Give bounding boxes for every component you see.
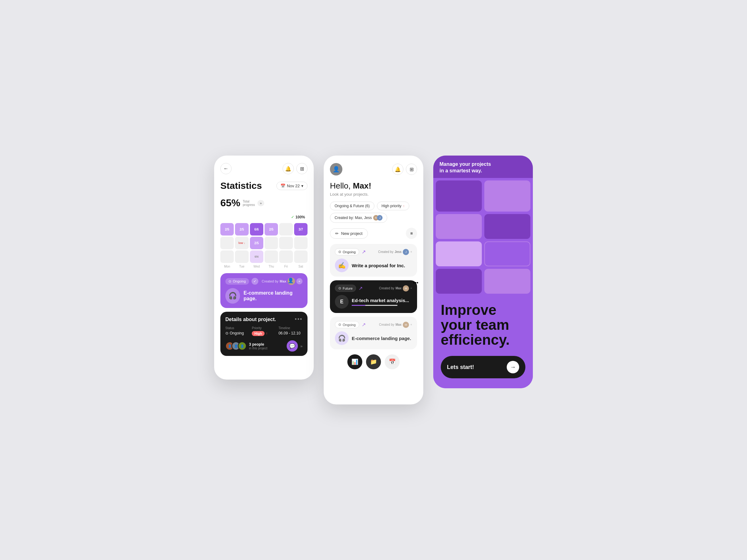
creator-avatar-2: M (403, 285, 409, 292)
forward-icon[interactable]: » (300, 344, 303, 348)
chip-label-3: Created by: Max, Jess (335, 216, 371, 220)
status-pill-ongoing-3: ⊙ Ongoing (335, 321, 359, 328)
status-col: Status ⊙ Ongoing (225, 326, 249, 336)
add-member-button[interactable]: + (296, 278, 303, 284)
creator-avatar-3: M (403, 322, 409, 328)
new-project-button[interactable]: ✏ New project (330, 229, 368, 239)
pc3-avatar: 🎧 (335, 331, 349, 345)
pc3-top: ⊙ Ongoing ↗ Created by Max M + (335, 321, 412, 328)
status-text: Ongoing (233, 279, 246, 283)
chip-avatar-2: J (377, 215, 383, 220)
progress-text-block: Total progress (243, 200, 255, 207)
header-icons: 🔔 ⊞ (283, 163, 308, 174)
pc3-content: 🎧 E-commerce landing page. (335, 331, 412, 345)
s2-greeting: Hello, Max! (330, 181, 417, 191)
nav-calendar-button[interactable]: 📅 (385, 354, 400, 369)
nav-chart-button[interactable]: 📊 (347, 354, 362, 369)
project-card-dark[interactable]: Details about project. ••• Status ⊙ Ongo… (221, 312, 308, 356)
project-card-3[interactable]: ⊙ Ongoing ↗ Created by Max M + 🎧 E-comme… (330, 317, 417, 349)
mosaic-block-1 (436, 181, 482, 212)
nav-folder-button[interactable]: 📁 (366, 354, 381, 369)
status-text-2: Future (343, 287, 353, 290)
progress-arrow[interactable]: » (257, 200, 264, 206)
day-fri: Fri (279, 265, 292, 268)
product-image: 🎧 (225, 288, 240, 304)
chip-created-by[interactable]: Created by: Max, Jess M J (330, 213, 387, 223)
bar-fri-r1 (279, 223, 292, 236)
bar-sat-r1: 3/7 (294, 223, 308, 236)
bar-mon-r1: 2/5 (221, 223, 234, 236)
priority-col: Priority High ↑ (252, 326, 276, 336)
pc2-content: E Ed-tech market analysis... (335, 295, 412, 309)
project-card-2[interactable]: ⊙ Future ↗ Created by Max M + E Ed-tech … (330, 280, 417, 313)
grid-icon-s2[interactable]: ⊞ (406, 164, 417, 175)
pc2-text: Ed-tech market analysis... (352, 298, 409, 306)
trending-icon-3: ↗ (362, 322, 366, 328)
more-options-icon[interactable]: ••• (295, 316, 303, 323)
bar-fri-r3 (279, 250, 292, 263)
chip-label-1: Ongoing & Future (6) (335, 204, 370, 208)
status-icon-3: ⊙ (338, 323, 341, 327)
page-title: Statistics (221, 181, 262, 191)
project-card-purple[interactable]: ⊙ Ongoing ✓ Created by Max 👤 + 🎧 E-comme… (221, 273, 308, 308)
s1-header: ← 🔔 ⊞ (221, 163, 308, 174)
filter-button[interactable]: ≡ (406, 228, 417, 239)
notification-icon-s2[interactable]: 🔔 (392, 164, 403, 175)
bar-thu-r2 (264, 237, 278, 249)
notification-icon[interactable]: 🔔 (283, 163, 294, 174)
day-tue: Tue (235, 265, 248, 268)
people-sub: in this project (249, 347, 267, 350)
card-purple-title: E-commerce landing page. (244, 290, 303, 301)
day-mon: Mon (221, 265, 234, 268)
status-icon-dark: ⊙ (225, 331, 229, 336)
add-icon-3: + (410, 323, 412, 326)
pc3-title: E-commerce landing page. (352, 336, 411, 341)
chip-high-priority[interactable]: High priority ↑ (377, 202, 409, 210)
screens-container: ← 🔔 ⊞ Statistics 📅 Nov 22 ▾ 65% Total pr… (214, 156, 533, 404)
pc1-dots[interactable]: ••• (413, 280, 418, 286)
card-actions: 💬 » (287, 340, 303, 351)
progress-label-progress: progress (243, 203, 255, 207)
progress-row: 65% Total progress » (221, 197, 308, 209)
bar-tue-r3 (235, 250, 248, 263)
timeline-col-val: 06.09 - 12.10 (279, 331, 303, 336)
card-dark-title: Details about project. (225, 317, 276, 322)
day-thu: Thu (264, 265, 278, 268)
chip-ongoing-future[interactable]: Ongoing & Future (6) (330, 202, 375, 210)
bar-wed-r2: 2/5 (250, 237, 263, 249)
avatar-3: 👤 (238, 342, 247, 350)
screen-marketing: Manage your projects in a smartest way. … (433, 156, 533, 388)
check-badge: ✓ (252, 278, 258, 285)
mosaic-block-4 (484, 214, 531, 239)
back-button[interactable]: ← (221, 163, 232, 174)
project-card-1[interactable]: ⊙ Ongoing ↗ Created by Jess J + ✍ Write … (330, 244, 417, 276)
priority-col-val: High ↑ (252, 331, 276, 336)
pc2-top: ⊙ Future ↗ Created by Max M + (335, 285, 412, 292)
card-footer: 👤 👤 👤 3 people in this project 💬 » (225, 340, 303, 351)
user-avatar: 👤 (330, 163, 342, 176)
people-group: 👤 👤 👤 3 people in this project (225, 342, 267, 350)
grid-icon[interactable]: ⊞ (296, 163, 308, 174)
bar-thu-r3 (264, 250, 278, 263)
pc1-left: ⊙ Ongoing ↗ (335, 248, 366, 256)
status-text-1: Ongoing (343, 250, 356, 254)
priority-badge: High (252, 331, 264, 336)
bar-wed-r1: 6/6 (250, 223, 263, 236)
card-purple-top: ⊙ Ongoing ✓ Created by Max 👤 + (225, 277, 303, 285)
status-col-label: Status (225, 326, 249, 330)
s2-header: 👤 🔔 ⊞ (330, 163, 417, 176)
back-icon: ← (224, 166, 229, 171)
chart-area: ✓ 100% 2/5 2/5 6/6 2/5 3/7 low ↓ 2/5 (221, 215, 308, 268)
new-project-row: ✏ New project ≡ (330, 228, 417, 239)
message-button[interactable]: 💬 (287, 340, 298, 351)
bar-thu-r1: 2/5 (264, 223, 278, 236)
timeline-col-label: Timeline (279, 326, 303, 330)
mosaic-block-8 (484, 269, 531, 294)
chart-icon: 📊 (352, 358, 358, 365)
date-badge[interactable]: 📅 Nov 22 ▾ (276, 182, 308, 190)
cta-button[interactable]: Lets start! → (441, 356, 525, 378)
mosaic-block-6 (484, 241, 531, 266)
trending-up-icon: ↑ (403, 205, 405, 208)
progress-percent: 65% (221, 197, 240, 209)
calendar-nav-icon: 📅 (389, 358, 395, 365)
